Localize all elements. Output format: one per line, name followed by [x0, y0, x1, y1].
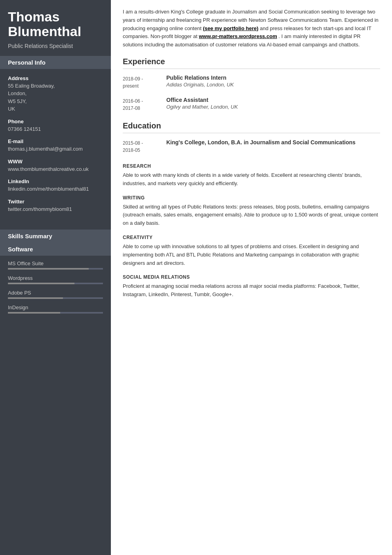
edu-degree: King's College, London, B.A. in Journali…: [166, 139, 356, 147]
twitter-block: Twitter twitter.com/thommybloom81: [8, 199, 103, 213]
twitter-value: twitter.com/thommybloom81: [8, 205, 103, 213]
skill-block: CREATIVITY Able to come up with innovati…: [123, 235, 380, 267]
experience-header: Experience: [123, 57, 380, 69]
experience-item: 2018-09 -present Public Relations Intern…: [123, 75, 380, 90]
skill-text: Able to work with many kinds of clients …: [123, 171, 380, 188]
address-block: Address 55 Ealing Broadway,London,W5 5JY…: [8, 75, 103, 113]
address-label: Address: [8, 75, 103, 81]
exp-details: Office Assistant Ogilvy and Mather, Lond…: [166, 97, 238, 112]
software-item: InDesign: [8, 304, 103, 314]
linkedin-value: linkedin.com/me/thomblumenthal81: [8, 185, 103, 193]
job-title: Public Relations Intern: [166, 75, 234, 81]
email-block: E-mail thomas.j.blumenthal@gmail.com: [8, 138, 103, 153]
bar-track: [8, 297, 103, 299]
intro-paragraph: I am a results-driven King's College gra…: [123, 8, 380, 49]
software-header: Software: [0, 243, 111, 256]
main-content: I am a results-driven King's College gra…: [111, 0, 392, 555]
education-list: 2015-08 -2018-05 King's College, London,…: [123, 139, 380, 154]
software-name: MS Office Suite: [8, 260, 103, 266]
software-name: Wordpress: [8, 275, 103, 281]
phone-block: Phone 07366 124151: [8, 119, 103, 133]
skill-text: Able to come up with innovative solution…: [123, 243, 380, 267]
edu-details: King's College, London, B.A. in Journali…: [166, 139, 356, 154]
skill-text: Skilled at writing all types of Public R…: [123, 203, 380, 228]
skill-title: SOCIAL MEDIA RELATIONS: [123, 274, 380, 280]
skills-main-section: RESEARCH Able to work with many kinds of…: [123, 163, 380, 299]
phone-value: 07366 124151: [8, 125, 103, 133]
candidate-name: Thomas Blumenthal: [8, 10, 103, 39]
bar-fill: [8, 283, 74, 284]
candidate-title: Public Relations Specialist: [8, 42, 103, 50]
job-title: Office Assistant: [166, 97, 238, 103]
skill-title: WRITING: [123, 195, 380, 201]
bar-fill: [8, 268, 89, 270]
sidebar-header: Thomas Blumenthal Public Relations Speci…: [0, 0, 111, 56]
www-label: WWW: [8, 159, 103, 165]
skill-text: Proficient at managing social media rela…: [123, 282, 380, 299]
software-name: Adobe PS: [8, 290, 103, 296]
edu-date: 2015-08 -2018-05: [123, 139, 158, 154]
exp-details: Public Relations Intern Adidas Originals…: [166, 75, 234, 90]
skill-title: RESEARCH: [123, 163, 380, 169]
job-company: Adidas Originals, London, UK: [166, 82, 234, 88]
bar-track: [8, 268, 103, 270]
software-content: MS Office Suite Wordpress Adobe PS InDes…: [0, 256, 111, 324]
personal-info-header: Personal Info: [0, 56, 111, 69]
education-item: 2015-08 -2018-05 King's College, London,…: [123, 139, 380, 154]
software-name: InDesign: [8, 304, 103, 310]
education-section: Education 2015-08 -2018-05 King's Colleg…: [123, 121, 380, 154]
exp-date: 2018-09 -present: [123, 75, 158, 90]
sidebar: Thomas Blumenthal Public Relations Speci…: [0, 0, 111, 555]
linkedin-label: LinkedIn: [8, 178, 103, 184]
bar-fill: [8, 312, 60, 314]
skill-title: CREATIVITY: [123, 235, 380, 240]
bar-track: [8, 283, 103, 284]
bar-track: [8, 312, 103, 314]
blog-link[interactable]: www.pr-matters.wordpress.com: [199, 33, 277, 39]
personal-info-content: Address 55 Ealing Broadway,London,W5 5JY…: [0, 69, 111, 225]
linkedin-block: LinkedIn linkedin.com/me/thomblumenthal8…: [8, 178, 103, 193]
skills-list: RESEARCH Able to work with many kinds of…: [123, 163, 380, 299]
www-value: www.thomblumenthalcreative.co.uk: [8, 165, 103, 173]
software-item: MS Office Suite: [8, 260, 103, 270]
twitter-label: Twitter: [8, 199, 103, 205]
education-header: Education: [123, 121, 380, 133]
experience-item: 2016-06 -2017-08 Office Assistant Ogilvy…: [123, 97, 380, 112]
software-item: Wordpress: [8, 275, 103, 284]
job-company: Ogilvy and Mather, London, UK: [166, 104, 238, 110]
bar-fill: [8, 297, 63, 299]
exp-date: 2016-06 -2017-08: [123, 97, 158, 112]
email-value: thomas.j.blumenthal@gmail.com: [8, 145, 103, 153]
skills-summary-header: Skills Summary: [0, 230, 111, 243]
portfolio-link[interactable]: (see my portfolio here): [203, 25, 258, 31]
phone-label: Phone: [8, 119, 103, 124]
software-item: Adobe PS: [8, 290, 103, 299]
skill-block: SOCIAL MEDIA RELATIONS Proficient at man…: [123, 274, 380, 299]
experience-list: 2018-09 -present Public Relations Intern…: [123, 75, 380, 112]
experience-section: Experience 2018-09 -present Public Relat…: [123, 57, 380, 112]
www-block: WWW www.thomblumenthalcreative.co.uk: [8, 159, 103, 173]
email-label: E-mail: [8, 138, 103, 144]
skill-block: WRITING Skilled at writing all types of …: [123, 195, 380, 228]
address-value: 55 Ealing Broadway,London,W5 5JY,UK: [8, 82, 103, 113]
skill-block: RESEARCH Able to work with many kinds of…: [123, 163, 380, 188]
